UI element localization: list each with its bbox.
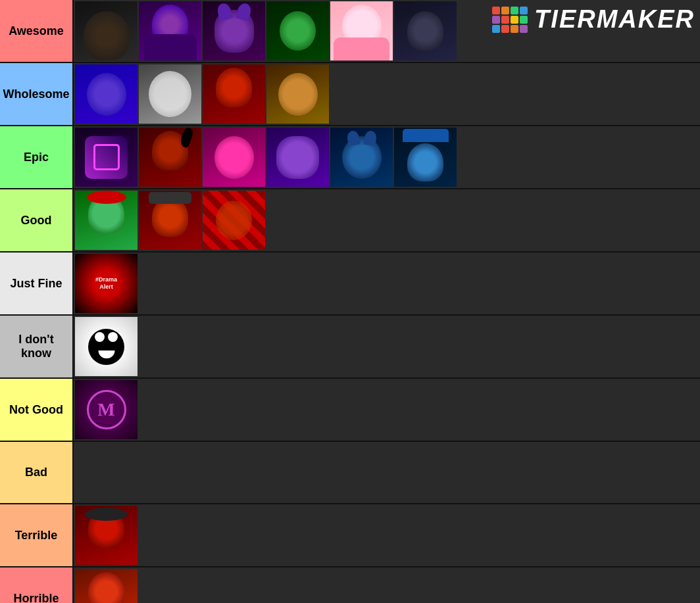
tier-item[interactable] (394, 128, 457, 187)
tier-items-good (74, 189, 700, 251)
tier-item[interactable] (266, 64, 329, 124)
tier-row-good: Good (0, 189, 700, 253)
tier-item[interactable] (203, 64, 265, 124)
tier-items-notgood: M (74, 379, 700, 441)
tier-label-idontknow: I don't know (0, 316, 74, 377)
tier-item[interactable] (75, 569, 138, 603)
tier-item[interactable] (203, 1, 265, 60)
tier-items-wholesome (74, 63, 700, 125)
tier-list: TiERMAKER AwesomeWholesomeEpicGoodJust F… (0, 0, 700, 603)
tier-row-idontknow: I don't know (0, 316, 700, 379)
tier-item[interactable] (203, 191, 265, 250)
logo-text: TiERMAKER (534, 5, 695, 34)
tier-row-bad: Bad (0, 442, 700, 504)
tier-item[interactable] (75, 506, 138, 565)
tier-item[interactable] (203, 128, 265, 187)
tier-label-awesome: Awesome (0, 0, 74, 62)
tier-item[interactable] (75, 1, 138, 60)
tier-items-justfine: #DramaAlert (74, 253, 700, 314)
tier-label-wholesome: Wholesome (0, 63, 74, 125)
tier-item[interactable] (75, 64, 138, 124)
tier-item[interactable] (394, 1, 457, 60)
tier-items-epic (74, 126, 700, 188)
tier-row-notgood: Not GoodM (0, 379, 700, 442)
tier-item[interactable] (75, 128, 138, 187)
tier-items-terrible (74, 504, 700, 566)
tier-label-notgood: Not Good (0, 379, 74, 441)
tiermaker-logo: TiERMAKER (492, 5, 695, 34)
tier-label-horrible: Horrible (0, 567, 74, 603)
tier-row-wholesome: Wholesome (0, 63, 700, 126)
tier-label-terrible: Terrible (0, 504, 74, 566)
tier-row-epic: Epic (0, 126, 700, 189)
tier-item[interactable] (139, 64, 201, 124)
tier-item[interactable] (330, 1, 393, 60)
tier-row-horrible: Horrible (0, 567, 700, 603)
tier-label-good: Good (0, 189, 74, 251)
tier-items-horrible (74, 567, 700, 603)
tier-item[interactable] (75, 191, 138, 250)
tier-item[interactable] (139, 1, 201, 60)
tier-item[interactable] (75, 317, 138, 376)
tier-item[interactable]: #DramaAlert (75, 254, 138, 313)
tier-item[interactable]: M (75, 380, 138, 439)
tier-row-terrible: Terrible (0, 504, 700, 567)
tier-item[interactable] (139, 128, 201, 187)
tier-row-justfine: Just Fine#DramaAlert (0, 253, 700, 316)
logo-grid (492, 7, 528, 33)
tier-item[interactable] (266, 1, 329, 60)
tier-item[interactable] (266, 128, 329, 187)
tier-label-bad: Bad (0, 442, 74, 503)
tier-item[interactable] (330, 128, 393, 187)
tier-items-bad (74, 442, 700, 503)
tier-item[interactable] (139, 191, 201, 250)
tier-items-idontknow (74, 316, 700, 377)
tier-label-epic: Epic (0, 126, 74, 188)
tier-label-justfine: Just Fine (0, 253, 74, 314)
